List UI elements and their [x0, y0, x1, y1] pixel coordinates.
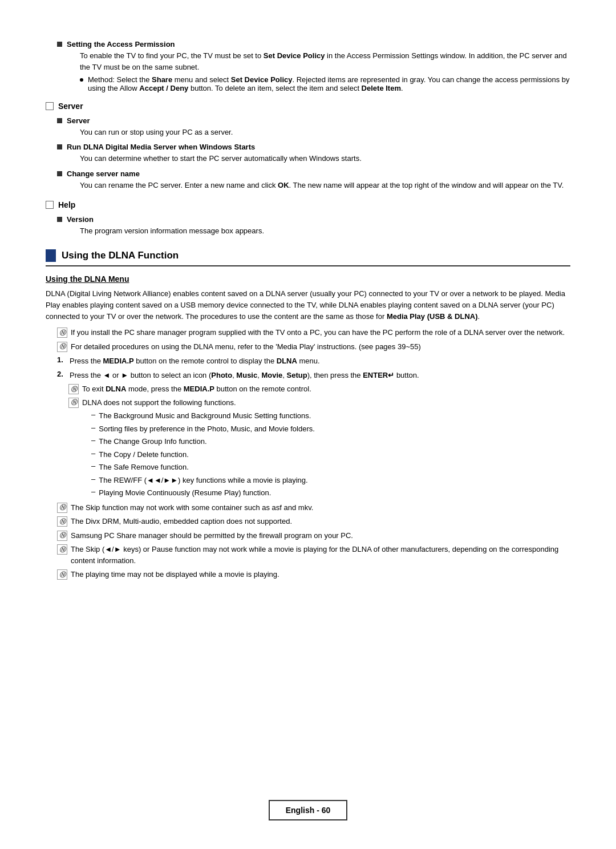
dlna-note2-text: For detailed procedures on using the DLN… — [71, 341, 570, 353]
version-heading: Version — [57, 215, 570, 224]
dlna-intro: DLNA (Digital Living Network Alliance) e… — [46, 288, 570, 322]
dash-item-1: – The Background Music and Background Mu… — [91, 410, 570, 422]
dlna-note3-text: The Skip function may not work with some… — [71, 502, 570, 514]
dash-icon: – — [91, 436, 95, 444]
square-bullet-icon — [57, 42, 62, 47]
server-sub-title: Server — [67, 116, 90, 125]
dlna-note4-text: The Divx DRM, Multi-audio, embedded capt… — [71, 516, 570, 527]
note-icon: Ⓝ — [57, 531, 67, 541]
dlna-section-title: Using the DLNA Function — [62, 250, 179, 261]
dlna-note7-text: The playing time may not be displayed wh… — [71, 569, 570, 580]
help-section-heading: Help — [46, 200, 570, 209]
dash-item-2: – Sorting files by preference in the Pho… — [91, 423, 570, 435]
server-sub-heading: Server — [57, 116, 570, 125]
step1-text: Press the MEDIA.P button on the remote c… — [70, 355, 570, 367]
dash-icon: – — [91, 475, 95, 483]
change-server-heading: Change server name — [57, 169, 570, 178]
dash-item-2-text: Sorting files by preference in the Photo… — [99, 423, 315, 435]
dlna-note1: Ⓝ If you install the PC share manager pr… — [57, 327, 570, 338]
footer-box: English - 60 — [269, 800, 348, 820]
dlna-note2: Ⓝ For detailed procedures on using the D… — [57, 341, 570, 353]
dash-item-7-text: Playing Movie Continuously (Resume Play)… — [99, 487, 271, 499]
sub-note2-text: DLNA does not support the following func… — [82, 397, 570, 409]
square-bullet-icon — [57, 217, 62, 222]
dlna-note4: Ⓝ The Divx DRM, Multi-audio, embedded ca… — [57, 516, 570, 527]
dash-item-1-text: The Background Music and Background Musi… — [99, 410, 311, 422]
run-dlna-title: Run DLNA Digital Media Server when Windo… — [67, 143, 255, 151]
dlna-note1-text: If you install the PC share manager prog… — [71, 327, 570, 338]
square-bullet-icon — [57, 118, 62, 123]
dash-icon: – — [91, 410, 95, 419]
note-icon: Ⓝ — [57, 328, 67, 338]
setting-access-para1: To enable the TV to find your PC, the TV… — [80, 50, 570, 73]
step2-num: 2. — [57, 370, 66, 378]
dash-item-4: – The Copy / Delete function. — [91, 449, 570, 460]
note-icon: Ⓝ — [57, 516, 67, 527]
dash-icon: – — [91, 449, 95, 458]
dash-icon: – — [91, 462, 95, 470]
square-bullet-icon — [57, 171, 62, 176]
version-title: Version — [67, 215, 94, 224]
dot-icon — [80, 78, 83, 82]
setting-access-title: Setting the Access Permission — [67, 40, 175, 48]
note-icon: Ⓝ — [68, 384, 79, 394]
dlna-note7: Ⓝ The playing time may not be displayed … — [57, 569, 570, 580]
run-dlna-text: You can determine whether to start the P… — [80, 153, 570, 164]
dash-item-5: – The Safe Remove function. — [91, 462, 570, 473]
note-icon: Ⓝ — [68, 398, 79, 408]
dash-item-6-text: The REW/FF (◄◄/►►) key functions while a… — [99, 475, 307, 486]
dash-item-4-text: The Copy / Delete function. — [99, 449, 189, 460]
dash-icon: – — [91, 487, 95, 496]
dlna-note3: Ⓝ The Skip function may not work with so… — [57, 502, 570, 514]
footer: English - 60 — [0, 800, 616, 820]
checkbox-icon — [46, 201, 54, 209]
step2: 2. Press the ◄ or ► button to select an … — [57, 370, 570, 381]
dash-icon: – — [91, 423, 95, 432]
server-section-title: Server — [58, 102, 83, 111]
dlna-note5-text: Samsung PC Share manager should be permi… — [71, 530, 570, 541]
dlna-note6-text: The Skip (◄/► keys) or Pause function ma… — [71, 544, 570, 566]
checkbox-icon — [46, 102, 54, 110]
step2-text: Press the ◄ or ► button to select an ico… — [70, 370, 570, 381]
dlna-section-heading: Using the DLNA Function — [46, 249, 570, 266]
footer-text: English - 60 — [286, 806, 331, 815]
sub-note2: Ⓝ DLNA does not support the following fu… — [68, 397, 570, 409]
setting-access-heading: Setting the Access Permission — [57, 40, 570, 48]
square-bullet-icon — [57, 144, 62, 149]
step1-num: 1. — [57, 355, 66, 364]
dash-item-7: – Playing Movie Continuously (Resume Pla… — [91, 487, 570, 499]
note-icon: Ⓝ — [57, 342, 67, 352]
dlna-menu-heading: Using the DLNA Menu — [46, 274, 570, 284]
note-icon: Ⓝ — [57, 544, 67, 555]
dash-item-5-text: The Safe Remove function. — [99, 462, 189, 473]
change-server-title: Change server name — [67, 169, 140, 178]
dash-item-6: – The REW/FF (◄◄/►►) key functions while… — [91, 475, 570, 486]
server-section-heading: Server — [46, 102, 570, 111]
note-icon: Ⓝ — [57, 569, 67, 580]
dlna-note6: Ⓝ The Skip (◄/► keys) or Pause function … — [57, 544, 570, 566]
help-section-title: Help — [58, 200, 75, 209]
dash-item-3-text: The Change Group Info function. — [99, 436, 206, 447]
version-text: The program version information message … — [80, 225, 570, 237]
setting-access-bullet1: Method: Select the Share menu and select… — [80, 75, 570, 92]
page: Setting the Access Permission To enable … — [0, 0, 616, 849]
step1: 1. Press the MEDIA.P button on the remot… — [57, 355, 570, 367]
blue-bar-icon — [46, 249, 56, 262]
dash-item-3: – The Change Group Info function. — [91, 436, 570, 447]
sub-note1: Ⓝ To exit DLNA mode, press the MEDIA.P b… — [68, 383, 570, 395]
setting-access-bullet1-text: Method: Select the Share menu and select… — [88, 75, 570, 92]
sub-note1-text: To exit DLNA mode, press the MEDIA.P but… — [82, 383, 570, 395]
note-icon: Ⓝ — [57, 503, 67, 513]
dlna-note5: Ⓝ Samsung PC Share manager should be per… — [57, 530, 570, 541]
server-sub-text: You can run or stop using your PC as a s… — [80, 127, 570, 138]
run-dlna-heading: Run DLNA Digital Media Server when Windo… — [57, 143, 570, 151]
change-server-text: You can rename the PC server. Enter a ne… — [80, 180, 570, 191]
